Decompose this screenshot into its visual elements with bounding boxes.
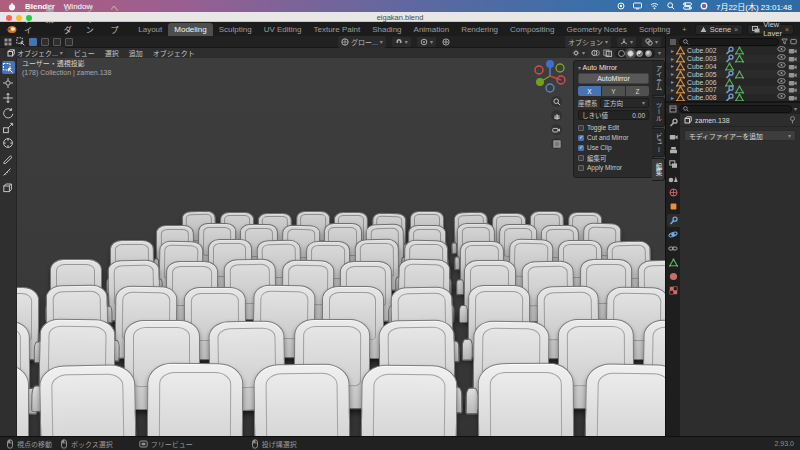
tool-move[interactable] (2, 91, 15, 104)
apple-logo-icon[interactable] (8, 2, 16, 11)
blender-logo-icon[interactable] (6, 25, 17, 34)
wifi-icon[interactable] (650, 2, 659, 10)
transform-orientation-dropdown[interactable]: グロー... ▾ (338, 36, 386, 48)
properties-search-input[interactable] (679, 105, 792, 113)
disclosure-icon[interactable]: ▸ (671, 95, 674, 101)
object-name[interactable]: Cube.006 (687, 79, 723, 86)
properties-tab-object[interactable] (667, 200, 680, 213)
solid-shading-button[interactable] (627, 50, 634, 57)
move-view-button[interactable] (551, 110, 562, 121)
workspace-tab-layout[interactable]: Layout (132, 23, 168, 36)
menubar-clock[interactable]: 7月22日(木) 23:01:48 (716, 1, 792, 12)
tool-scale[interactable] (2, 121, 15, 134)
workspace-tab-rendering[interactable]: Rendering (455, 23, 504, 36)
workspace-tab-scripting[interactable]: Scripting (633, 23, 676, 36)
properties-tab-texture[interactable] (667, 284, 680, 297)
viewport-3d[interactable]: ユーザー・透視投影 (178) Collection | zamen.138 (0, 58, 665, 436)
object-name[interactable]: Cube.005 (687, 71, 723, 78)
spotlight-search-icon[interactable] (667, 2, 675, 10)
tool-transform[interactable] (2, 136, 15, 149)
workspace-tab-texture-paint[interactable]: Texture Paint (307, 23, 366, 36)
select-mode-set-button[interactable] (29, 38, 37, 46)
select-mode-extend-button[interactable] (41, 38, 49, 46)
checkbox-cut-and-mirror[interactable]: ✓Cut and Mirror (578, 133, 649, 142)
view-gizmo-dropdown[interactable]: ▾ (569, 48, 588, 58)
properties-tab-render[interactable] (667, 130, 680, 143)
disclosure-icon[interactable]: ▸ (671, 48, 674, 54)
workspace-tab-+[interactable]: + (676, 23, 693, 36)
snap-dropdown[interactable]: ▾ (392, 37, 411, 47)
object-name[interactable]: Cube.002 (687, 47, 723, 54)
unlink-scene-button[interactable]: × (734, 26, 738, 33)
select-mode-intersect-button[interactable] (65, 38, 73, 46)
checkbox-use-clip[interactable]: ✓Use Clip (578, 143, 649, 152)
disclosure-icon[interactable]: ▸ (671, 63, 674, 69)
scene-selector[interactable]: Scene × (695, 24, 743, 35)
tool-select-box[interactable] (2, 61, 15, 74)
rendered-shading-button[interactable] (645, 50, 652, 57)
gizmos-dropdown[interactable]: ▾ (617, 37, 636, 47)
disclosure-icon[interactable]: ▸ (671, 79, 674, 85)
orientation-select[interactable]: 正方向▾ (600, 98, 650, 108)
outliner-search-input[interactable] (679, 38, 779, 46)
properties-tab-data[interactable] (667, 256, 680, 269)
siri-icon[interactable] (700, 2, 708, 10)
tool-measure[interactable] (2, 166, 15, 179)
properties-tab-world[interactable] (667, 186, 680, 199)
viewport-menu-ビュー[interactable]: ビュー (71, 48, 98, 58)
add-modifier-dropdown[interactable]: モディファイアーを追加 ▾ (684, 130, 796, 141)
display-icon[interactable] (633, 2, 642, 10)
axis-z-button[interactable]: Z (626, 86, 649, 96)
properties-tab-material[interactable] (667, 270, 680, 283)
sidebar-tab-アイテム[interactable]: アイテム (652, 60, 665, 96)
properties-tab-physics[interactable] (667, 228, 680, 241)
camera-view-button[interactable] (551, 124, 562, 135)
object-name[interactable]: Cube.007 (687, 86, 723, 93)
outliner-editor-icon[interactable] (669, 38, 677, 46)
control-center-icon[interactable] (683, 2, 692, 10)
disclosure-icon[interactable]: ▸ (671, 87, 674, 93)
xray-toggle[interactable] (603, 49, 612, 57)
show-overlays-toggle[interactable] (591, 49, 600, 57)
properties-tab-constraints[interactable] (667, 242, 680, 255)
material-shading-button[interactable] (636, 50, 643, 57)
navigation-gizmo[interactable] (533, 59, 567, 97)
properties-tab-output[interactable] (667, 144, 680, 157)
wireframe-shading-button[interactable] (618, 50, 625, 57)
viewport-menu-追加[interactable]: 追加 (126, 48, 146, 58)
shading-dropdown[interactable]: ▾ (658, 50, 661, 56)
disclosure-icon[interactable]: ▸ (671, 71, 674, 77)
checkbox-toggle-edit[interactable]: Toggle Edit (578, 123, 649, 132)
workspace-tab-uv-editing[interactable]: UV Editing (258, 23, 308, 36)
workspace-tab-shading[interactable]: Shading (366, 23, 407, 36)
tool-rotate[interactable] (2, 106, 15, 119)
breadcrumb-object-name[interactable]: zamen.138 (695, 117, 730, 124)
automirror-button[interactable]: AutoMirror (578, 73, 649, 84)
workspace-tab-animation[interactable]: Animation (408, 23, 456, 36)
unlink-view-layer-button[interactable]: × (785, 26, 789, 33)
disclosure-icon[interactable]: ▸ (671, 56, 674, 62)
axis-y-button[interactable]: Y (602, 86, 625, 96)
properties-tab-scene[interactable] (667, 172, 680, 185)
object-name[interactable]: Cube.003 (687, 55, 723, 62)
sidebar-tab-ビュー[interactable]: ビュー (652, 128, 665, 158)
view-layer-selector[interactable]: View Layer × (747, 24, 794, 35)
viewport-menu-オブジェクト[interactable]: オブジェクト (150, 48, 198, 58)
tool-add-cube[interactable] (2, 181, 15, 194)
properties-tab-modifiers[interactable] (667, 214, 680, 227)
viewport-menu-選択[interactable]: 選択 (102, 48, 122, 58)
filter-icon[interactable] (781, 38, 788, 45)
workspace-tab-modeling[interactable]: Modeling (168, 23, 212, 36)
pin-icon[interactable] (789, 116, 796, 124)
options-dropdown[interactable]: オプション ▾ (565, 36, 611, 48)
perspective-toggle-button[interactable] (551, 138, 562, 149)
tool-annotate[interactable] (2, 151, 15, 164)
axis-x-button[interactable]: X (578, 86, 601, 96)
select-mode-subtract-button[interactable] (53, 38, 61, 46)
workspace-tab-compositing[interactable]: Compositing (504, 23, 560, 36)
overlays-dropdown[interactable]: ▾ (642, 37, 661, 47)
properties-options-dropdown[interactable]: ▾ (794, 106, 797, 112)
new-collection-icon[interactable] (790, 38, 797, 45)
checkbox-編集可[interactable]: 編集可 (578, 153, 649, 162)
properties-editor-icon[interactable] (669, 105, 677, 113)
